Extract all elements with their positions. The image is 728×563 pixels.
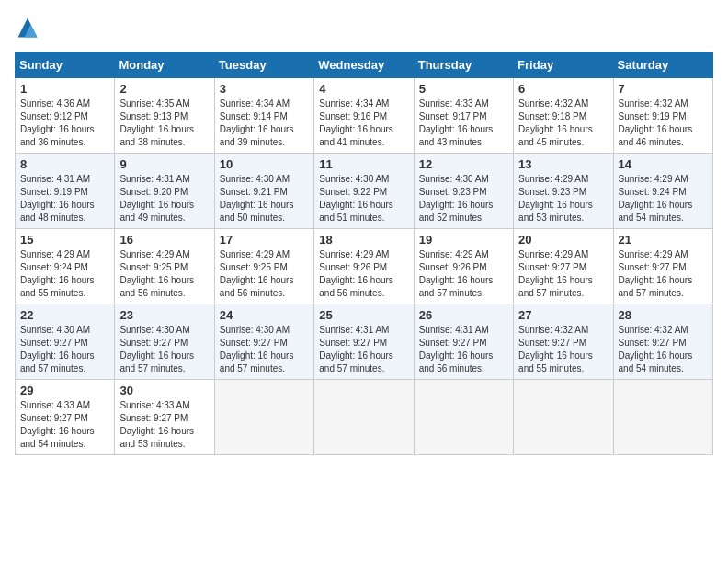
calendar-cell [214, 380, 313, 455]
calendar-week-5: 29Sunrise: 4:33 AM Sunset: 9:27 PM Dayli… [16, 380, 713, 455]
calendar-cell [514, 380, 613, 455]
calendar-cell [314, 380, 414, 455]
calendar-cell: 9Sunrise: 4:31 AM Sunset: 9:20 PM Daylig… [115, 154, 214, 229]
calendar-table: SundayMondayTuesdayWednesdayThursdayFrid… [15, 52, 713, 455]
day-info: Sunrise: 4:32 AM Sunset: 9:19 PM Dayligh… [619, 98, 708, 149]
day-number: 26 [419, 308, 508, 322]
calendar-week-4: 22Sunrise: 4:30 AM Sunset: 9:27 PM Dayli… [16, 304, 713, 380]
day-info: Sunrise: 4:31 AM Sunset: 9:19 PM Dayligh… [20, 173, 109, 224]
header-thursday: Thursday [414, 52, 513, 78]
calendar-header-row: SundayMondayTuesdayWednesdayThursdayFrid… [16, 52, 713, 78]
day-info: Sunrise: 4:30 AM Sunset: 9:27 PM Dayligh… [220, 324, 309, 375]
calendar-cell: 8Sunrise: 4:31 AM Sunset: 9:19 PM Daylig… [16, 154, 115, 229]
day-number: 15 [20, 233, 109, 247]
day-number: 16 [119, 233, 209, 247]
day-info: Sunrise: 4:30 AM Sunset: 9:21 PM Dayligh… [220, 173, 309, 224]
calendar-cell: 18Sunrise: 4:29 AM Sunset: 9:26 PM Dayli… [314, 229, 414, 304]
logo [15, 15, 44, 40]
calendar-cell: 27Sunrise: 4:32 AM Sunset: 9:27 PM Dayli… [514, 304, 613, 380]
day-info: Sunrise: 4:31 AM Sunset: 9:20 PM Dayligh… [119, 173, 209, 224]
day-number: 30 [119, 384, 209, 397]
page-header [15, 15, 713, 40]
day-number: 11 [319, 157, 408, 171]
calendar-cell: 4Sunrise: 4:34 AM Sunset: 9:16 PM Daylig… [314, 78, 414, 154]
calendar-cell: 1Sunrise: 4:36 AM Sunset: 9:12 PM Daylig… [16, 78, 115, 154]
day-number: 24 [220, 308, 309, 322]
day-number: 17 [220, 233, 309, 247]
day-number: 1 [20, 82, 109, 96]
day-info: Sunrise: 4:29 AM Sunset: 9:24 PM Dayligh… [20, 248, 109, 300]
day-info: Sunrise: 4:29 AM Sunset: 9:26 PM Dayligh… [419, 248, 508, 300]
calendar-cell: 16Sunrise: 4:29 AM Sunset: 9:25 PM Dayli… [115, 229, 214, 304]
day-number: 29 [20, 384, 109, 397]
day-info: Sunrise: 4:34 AM Sunset: 9:14 PM Dayligh… [220, 98, 309, 149]
day-number: 12 [419, 157, 508, 171]
calendar-cell: 25Sunrise: 4:31 AM Sunset: 9:27 PM Dayli… [314, 304, 414, 380]
day-number: 20 [518, 233, 608, 247]
calendar-cell: 12Sunrise: 4:30 AM Sunset: 9:23 PM Dayli… [414, 154, 513, 229]
day-info: Sunrise: 4:29 AM Sunset: 9:26 PM Dayligh… [319, 248, 408, 300]
day-info: Sunrise: 4:34 AM Sunset: 9:16 PM Dayligh… [319, 98, 408, 149]
day-number: 3 [220, 82, 309, 96]
day-number: 6 [518, 82, 608, 96]
logo-icon [15, 15, 40, 40]
day-number: 4 [319, 82, 408, 96]
header-saturday: Saturday [613, 52, 712, 78]
header-tuesday: Tuesday [214, 52, 313, 78]
day-number: 9 [119, 157, 209, 171]
calendar-cell: 6Sunrise: 4:32 AM Sunset: 9:18 PM Daylig… [514, 78, 613, 154]
day-number: 19 [419, 233, 508, 247]
day-info: Sunrise: 4:32 AM Sunset: 9:18 PM Dayligh… [518, 98, 608, 149]
day-info: Sunrise: 4:33 AM Sunset: 9:27 PM Dayligh… [119, 399, 209, 451]
day-number: 7 [619, 82, 708, 96]
day-info: Sunrise: 4:33 AM Sunset: 9:17 PM Dayligh… [419, 98, 508, 149]
day-info: Sunrise: 4:33 AM Sunset: 9:27 PM Dayligh… [20, 399, 109, 451]
day-info: Sunrise: 4:29 AM Sunset: 9:24 PM Dayligh… [619, 173, 708, 224]
calendar-cell: 11Sunrise: 4:30 AM Sunset: 9:22 PM Dayli… [314, 154, 414, 229]
calendar-cell: 30Sunrise: 4:33 AM Sunset: 9:27 PM Dayli… [115, 380, 214, 455]
header-wednesday: Wednesday [314, 52, 414, 78]
calendar-cell: 3Sunrise: 4:34 AM Sunset: 9:14 PM Daylig… [214, 78, 313, 154]
day-number: 5 [419, 82, 508, 96]
day-number: 18 [319, 233, 408, 247]
calendar-cell: 10Sunrise: 4:30 AM Sunset: 9:21 PM Dayli… [214, 154, 313, 229]
day-info: Sunrise: 4:31 AM Sunset: 9:27 PM Dayligh… [319, 324, 408, 375]
day-info: Sunrise: 4:32 AM Sunset: 9:27 PM Dayligh… [619, 324, 708, 375]
calendar-cell: 13Sunrise: 4:29 AM Sunset: 9:23 PM Dayli… [514, 154, 613, 229]
calendar-cell: 14Sunrise: 4:29 AM Sunset: 9:24 PM Dayli… [613, 154, 712, 229]
day-info: Sunrise: 4:29 AM Sunset: 9:23 PM Dayligh… [518, 173, 608, 224]
day-number: 28 [619, 308, 708, 322]
calendar-cell: 21Sunrise: 4:29 AM Sunset: 9:27 PM Dayli… [613, 229, 712, 304]
header-monday: Monday [115, 52, 214, 78]
calendar-week-2: 8Sunrise: 4:31 AM Sunset: 9:19 PM Daylig… [16, 154, 713, 229]
day-info: Sunrise: 4:29 AM Sunset: 9:25 PM Dayligh… [220, 248, 309, 300]
calendar-cell: 17Sunrise: 4:29 AM Sunset: 9:25 PM Dayli… [214, 229, 313, 304]
calendar-cell: 7Sunrise: 4:32 AM Sunset: 9:19 PM Daylig… [613, 78, 712, 154]
calendar-cell: 29Sunrise: 4:33 AM Sunset: 9:27 PM Dayli… [16, 380, 115, 455]
day-info: Sunrise: 4:30 AM Sunset: 9:27 PM Dayligh… [119, 324, 209, 375]
day-info: Sunrise: 4:30 AM Sunset: 9:22 PM Dayligh… [319, 173, 408, 224]
day-number: 27 [518, 308, 608, 322]
day-info: Sunrise: 4:29 AM Sunset: 9:27 PM Dayligh… [619, 248, 708, 300]
day-info: Sunrise: 4:31 AM Sunset: 9:27 PM Dayligh… [419, 324, 508, 375]
day-info: Sunrise: 4:35 AM Sunset: 9:13 PM Dayligh… [119, 98, 209, 149]
calendar-cell: 15Sunrise: 4:29 AM Sunset: 9:24 PM Dayli… [16, 229, 115, 304]
day-info: Sunrise: 4:29 AM Sunset: 9:27 PM Dayligh… [518, 248, 608, 300]
calendar-cell [414, 380, 513, 455]
calendar-cell: 19Sunrise: 4:29 AM Sunset: 9:26 PM Dayli… [414, 229, 513, 304]
day-info: Sunrise: 4:30 AM Sunset: 9:23 PM Dayligh… [419, 173, 508, 224]
calendar-cell: 28Sunrise: 4:32 AM Sunset: 9:27 PM Dayli… [613, 304, 712, 380]
day-info: Sunrise: 4:32 AM Sunset: 9:27 PM Dayligh… [518, 324, 608, 375]
calendar-week-3: 15Sunrise: 4:29 AM Sunset: 9:24 PM Dayli… [16, 229, 713, 304]
calendar-cell: 26Sunrise: 4:31 AM Sunset: 9:27 PM Dayli… [414, 304, 513, 380]
day-info: Sunrise: 4:30 AM Sunset: 9:27 PM Dayligh… [20, 324, 109, 375]
calendar-week-1: 1Sunrise: 4:36 AM Sunset: 9:12 PM Daylig… [16, 78, 713, 154]
day-info: Sunrise: 4:29 AM Sunset: 9:25 PM Dayligh… [119, 248, 209, 300]
day-number: 10 [220, 157, 309, 171]
calendar-cell: 5Sunrise: 4:33 AM Sunset: 9:17 PM Daylig… [414, 78, 513, 154]
calendar-cell [613, 380, 712, 455]
day-number: 25 [319, 308, 408, 322]
calendar-cell: 2Sunrise: 4:35 AM Sunset: 9:13 PM Daylig… [115, 78, 214, 154]
day-info: Sunrise: 4:36 AM Sunset: 9:12 PM Dayligh… [20, 98, 109, 149]
day-number: 23 [119, 308, 209, 322]
